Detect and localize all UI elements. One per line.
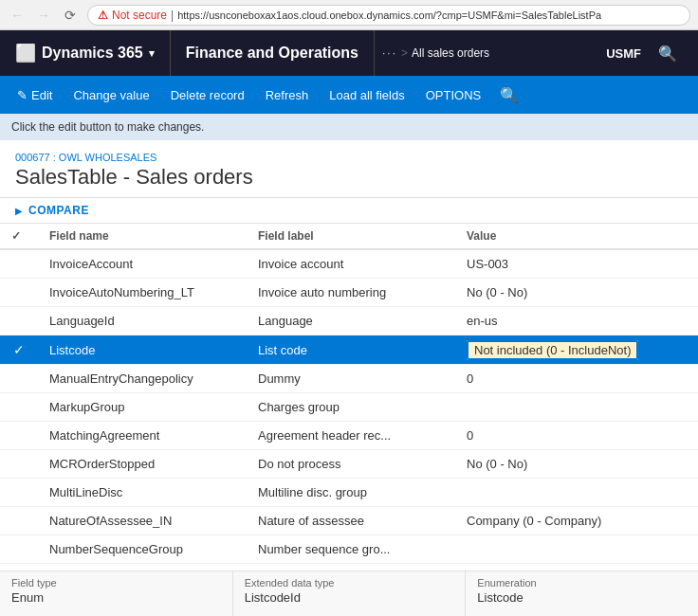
load-all-fields-label: Load all fields — [329, 88, 405, 102]
delete-record-button[interactable]: Delete record — [161, 82, 254, 108]
col-field-label: Field label — [247, 224, 455, 249]
field-name-cell: InvoiceAccount — [38, 249, 247, 279]
field-name-cell: LanguageId — [38, 307, 247, 335]
field-type-value: Enum — [11, 590, 221, 605]
field-name-cell: MarkupGroup — [38, 393, 247, 422]
forward-button[interactable]: → — [34, 6, 53, 25]
info-bar: Click the edit button to make changes. — [0, 114, 698, 140]
row-checkbox[interactable] — [0, 450, 38, 463]
global-search-button[interactable]: 🔍 — [652, 38, 683, 68]
field-value-cell: US-003 — [455, 249, 698, 279]
nav-dots[interactable]: ··· — [382, 46, 397, 60]
options-label: OPTIONS — [426, 88, 482, 102]
refresh-label: Refresh — [266, 88, 309, 102]
options-button[interactable]: OPTIONS — [416, 82, 491, 108]
nav-current: All sales orders — [412, 46, 489, 60]
field-label-cell: Language — [247, 307, 455, 335]
field-name-cell: MatchingAgreement — [38, 422, 247, 450]
field-label-cell: Nature of assessee — [247, 507, 455, 535]
row-checkbox[interactable] — [0, 250, 38, 263]
app-header: ⬜ Dynamics 365 ▾ Finance and Operations … — [0, 30, 698, 76]
field-value-cell: Not included (0 - IncludeNot) — [455, 335, 698, 365]
compare-label: COMPARE — [28, 204, 89, 217]
address-bar[interactable]: ⚠ Not secure | https://usnconeboxax1aos.… — [87, 5, 690, 26]
change-value-button[interactable]: Change value — [64, 82, 158, 108]
app-right-controls: USMF 🔍 — [591, 38, 698, 68]
page-title: SalesTable - Sales orders — [15, 165, 683, 190]
table-row[interactable]: MarkupGroupCharges group — [0, 393, 698, 422]
highlighted-value: Not included (0 - IncludeNot) — [467, 340, 638, 360]
table-row[interactable]: NumberSequenceGroupNumber sequence gro..… — [0, 535, 698, 564]
row-checkbox[interactable] — [0, 393, 38, 407]
brand-icon: ⬜ — [15, 43, 36, 63]
col-check: ✓ — [0, 224, 38, 249]
field-label-cell: Agreement header rec... — [247, 422, 455, 450]
change-value-label: Change value — [73, 88, 149, 102]
field-name-cell: Listcode — [38, 335, 247, 365]
table-row[interactable]: MatchingAgreementAgreement header rec...… — [0, 422, 698, 450]
url-text: https://usnconeboxax1aos.cloud.onebox.dy… — [177, 9, 601, 21]
field-name-cell: ManualEntryChangepolicy — [38, 365, 247, 393]
extended-data-type-value: ListcodeId — [245, 590, 454, 605]
reload-button[interactable]: ⟳ — [61, 6, 80, 25]
brand-logo[interactable]: ⬜ Dynamics 365 ▾ — [0, 30, 171, 76]
table-row[interactable]: LanguageIdLanguageen-us — [0, 307, 698, 335]
toolbar: ✎ Edit Change value Delete record Refres… — [0, 76, 698, 114]
row-checkbox[interactable] — [0, 279, 38, 292]
row-checkbox[interactable] — [0, 365, 38, 378]
fields-table-container: ✓ Field name Field label Value InvoiceAc… — [0, 224, 698, 564]
extended-data-type-label: Extended data type — [245, 577, 454, 589]
field-label-cell: Charges group — [247, 393, 455, 422]
edit-icon: ✎ — [17, 88, 28, 102]
row-checkbox[interactable] — [0, 507, 38, 520]
table-row[interactable]: ManualEntryChangepolicyDummy0 — [0, 365, 698, 393]
info-message: Click the edit button to make changes. — [11, 120, 204, 134]
edit-button[interactable]: ✎ Edit — [8, 82, 62, 108]
field-label-cell: Number sequence gro... — [247, 535, 455, 564]
table-row[interactable]: ✓ListcodeList codeNot included (0 - Incl… — [0, 335, 698, 365]
field-type-label: Field type — [11, 577, 221, 589]
compare-section[interactable]: ▶ COMPARE — [0, 198, 698, 224]
field-label-cell: List code — [247, 335, 455, 365]
row-checkbox[interactable] — [0, 535, 38, 549]
brand-name: Dynamics 365 — [42, 45, 143, 62]
row-checkbox[interactable] — [0, 307, 38, 320]
table-row[interactable]: NatureOfAssessee_INNature of assesseeCom… — [0, 507, 698, 535]
field-value-cell — [455, 393, 698, 422]
field-label-cell: Invoice auto numbering — [247, 279, 455, 307]
col-value: Value — [455, 224, 698, 249]
load-all-fields-button[interactable]: Load all fields — [320, 82, 414, 108]
table-row[interactable]: InvoiceAutoNumbering_LTInvoice auto numb… — [0, 279, 698, 307]
row-checkbox[interactable] — [0, 422, 38, 435]
not-secure-label: Not secure — [112, 9, 167, 22]
field-name-cell: NumberSequenceGroup — [38, 535, 247, 564]
record-id: 000677 : OWL WHOLESALES — [15, 152, 683, 163]
field-value-cell: No (0 - No) — [455, 450, 698, 479]
back-button[interactable]: ← — [8, 6, 27, 25]
check-icon: ✓ — [13, 342, 25, 357]
app-nav: ··· > All sales orders — [375, 46, 591, 60]
security-indicator: ⚠ Not secure — [98, 9, 167, 22]
row-checkbox[interactable]: ✓ — [0, 335, 38, 364]
table-row[interactable]: MultiLineDiscMultiline disc. group — [0, 479, 698, 507]
brand-chevron: ▾ — [149, 47, 155, 60]
row-checkbox[interactable] — [0, 479, 38, 492]
toolbar-search-button[interactable]: 🔍 — [496, 82, 523, 108]
table-row[interactable]: InvoiceAccountInvoice accountUS-003 — [0, 249, 698, 279]
field-value-cell: No (0 - No) — [455, 279, 698, 307]
page-header: 000677 : OWL WHOLESALES SalesTable - Sal… — [0, 140, 698, 198]
table-row[interactable]: MCROrderStoppedDo not processNo (0 - No) — [0, 450, 698, 479]
warning-icon: ⚠ — [98, 9, 108, 22]
field-name-cell: NatureOfAssessee_IN — [38, 507, 247, 535]
company-badge[interactable]: USMF — [606, 46, 641, 61]
col-field-name: Field name — [38, 224, 247, 249]
table-header-row: ✓ Field name Field label Value — [0, 224, 698, 249]
field-value-cell: en-us — [455, 307, 698, 335]
field-name-cell: MultiLineDisc — [38, 479, 247, 507]
field-label-cell: Invoice account — [247, 249, 455, 279]
enumeration-label: Enumeration — [477, 577, 687, 589]
delete-record-label: Delete record — [171, 88, 245, 102]
footer-extended-data-type: Extended data type ListcodeId — [233, 571, 467, 616]
refresh-button[interactable]: Refresh — [256, 82, 319, 108]
enumeration-value: Listcode — [477, 590, 687, 605]
